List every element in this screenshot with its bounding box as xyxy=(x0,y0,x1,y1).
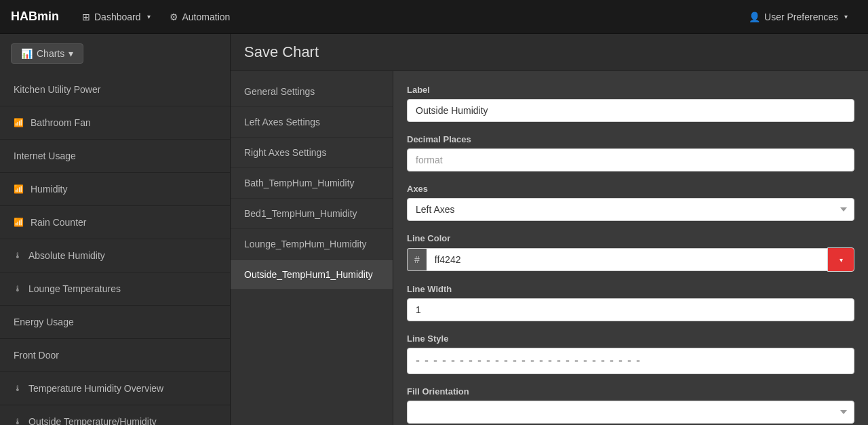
sidebar-item-rain-counter[interactable]: 📶 Rain Counter xyxy=(0,206,230,239)
line-color-form-group: Line Color # ▾ xyxy=(407,233,854,272)
sidebar-item-bathroom-fan[interactable]: 📶 Bathroom Fan xyxy=(0,106,230,140)
wifi-icon: 📶 xyxy=(14,218,24,227)
nav-lounge-tempHum-humidity[interactable]: Lounge_TempHum_Humidity xyxy=(231,229,393,260)
user-preferences-nav-item[interactable]: 👤 User Preferences ▾ xyxy=(739,0,857,34)
line-width-input[interactable] xyxy=(407,298,854,321)
sidebar-item-temperature-humidity-overview[interactable]: 🌡 Temperature Humidity Overview xyxy=(0,372,230,405)
modal-body: General Settings Left Axes Settings Righ… xyxy=(231,71,868,425)
fill-orientation-label: Fill Orientation xyxy=(407,386,854,397)
sidebar-item-front-door[interactable]: Front Door xyxy=(0,339,230,372)
nav-right-axes-settings[interactable]: Right Axes Settings xyxy=(231,138,393,168)
thermometer-icon: 🌡 xyxy=(14,384,22,393)
sidebar-header: 📊 Charts ▾ xyxy=(0,34,230,73)
user-icon: 👤 xyxy=(749,12,760,22)
sidebar-item-label: Internet Usage xyxy=(14,150,76,161)
sidebar-item-absolute-humidity[interactable]: 🌡 Absolute Humidity xyxy=(0,239,230,272)
line-style-input[interactable] xyxy=(407,348,854,374)
sidebar-item-label: Bathroom Fan xyxy=(31,117,91,128)
nav-general-settings[interactable]: General Settings xyxy=(231,77,393,107)
decimal-places-form-group: Decimal Places xyxy=(407,134,854,171)
sidebar-item-label: Energy Usage xyxy=(14,317,74,327)
sidebar: 📊 Charts ▾ Kitchen Utility Power 📶 Bathr… xyxy=(0,34,231,425)
wifi-icon: 📶 xyxy=(14,118,24,127)
charts-caret-icon: ▾ xyxy=(68,48,73,59)
label-field-label: Label xyxy=(407,85,854,95)
line-width-label: Line Width xyxy=(407,284,854,294)
line-style-form-group: Line Style xyxy=(407,333,854,374)
sidebar-item-label: Absolute Humidity xyxy=(28,250,105,261)
color-hex-input[interactable] xyxy=(427,248,827,271)
sidebar-item-label: Lounge Temperatures xyxy=(28,283,121,294)
thermometer-icon: 🌡 xyxy=(14,417,22,425)
sidebar-item-label: Temperature Humidity Overview xyxy=(28,383,163,394)
modal-title: Save Chart xyxy=(244,43,319,60)
sidebar-item-label: Kitchen Utility Power xyxy=(14,84,100,95)
line-width-form-group: Line Width xyxy=(407,284,854,321)
nav-bed1-tempHum-humidity[interactable]: Bed1_TempHum_Humidity xyxy=(231,199,393,229)
nav-outside-tempHum1-humidity[interactable]: Outside_TempHum1_Humidity xyxy=(231,260,393,290)
wifi-icon: 📶 xyxy=(14,184,24,194)
color-hash-symbol: # xyxy=(407,248,427,271)
label-form-group: Label xyxy=(407,85,854,122)
sidebar-item-label: Rain Counter xyxy=(31,217,87,228)
nav-bath-tempHum-humidity[interactable]: Bath_TempHum_Humidity xyxy=(231,168,393,199)
decimal-places-input[interactable] xyxy=(407,148,854,171)
modal-nav-sidebar: General Settings Left Axes Settings Righ… xyxy=(231,71,393,425)
axes-select[interactable]: Left Axes Right Axes xyxy=(407,198,854,221)
sidebar-item-label: Front Door xyxy=(14,350,59,361)
line-color-row: # ▾ xyxy=(407,247,854,272)
line-style-label: Line Style xyxy=(407,333,854,344)
label-input[interactable] xyxy=(407,99,854,122)
modal-title-bar: Save Chart xyxy=(231,34,868,71)
color-swatch-caret-icon: ▾ xyxy=(840,256,843,264)
sidebar-item-kitchen-utility-power[interactable]: Kitchen Utility Power xyxy=(0,73,230,106)
fill-orientation-form-group: Fill Orientation Up Down xyxy=(407,386,854,424)
line-color-label: Line Color xyxy=(407,233,854,243)
sidebar-item-energy-usage[interactable]: Energy Usage xyxy=(0,306,230,339)
decimal-places-label: Decimal Places xyxy=(407,134,854,144)
navbar-right: 👤 User Preferences ▾ xyxy=(739,0,857,34)
automation-nav-item[interactable]: ⚙ Automation xyxy=(160,0,240,34)
dashboard-nav-item[interactable]: ⊞ Dashboard ▾ xyxy=(73,0,160,34)
axes-label: Axes xyxy=(407,184,854,194)
navbar: HABmin ⊞ Dashboard ▾ ⚙ Automation 👤 User… xyxy=(0,0,868,34)
sidebar-item-lounge-temperatures[interactable]: 🌡 Lounge Temperatures xyxy=(0,272,230,306)
sidebar-item-outside-temperature-humidity[interactable]: 🌡 Outside Temperature/Humidity xyxy=(0,405,230,425)
axes-form-group: Axes Left Axes Right Axes xyxy=(407,184,854,221)
dashboard-icon: ⊞ xyxy=(82,12,90,22)
automation-icon: ⚙ xyxy=(170,12,178,22)
thermometer-icon: 🌡 xyxy=(14,251,22,260)
sidebar-item-label: Outside Temperature/Humidity xyxy=(28,416,157,425)
modal-form-content: Label Decimal Places Axes Left Axes Righ… xyxy=(393,71,868,425)
modal-wrapper: Save Chart General Settings Left Axes Se… xyxy=(231,34,868,425)
sidebar-item-internet-usage[interactable]: Internet Usage xyxy=(0,140,230,173)
layout: 📊 Charts ▾ Kitchen Utility Power 📶 Bathr… xyxy=(0,34,868,425)
nav-left-axes-settings[interactable]: Left Axes Settings xyxy=(231,107,393,138)
main-area: ↻ o Update ▾ Fri 12 – Sun 14 Dec 2014 xyxy=(231,34,868,425)
sidebar-item-humidity[interactable]: 📶 Humidity xyxy=(0,173,230,206)
charts-icon: 📊 xyxy=(21,48,33,59)
fill-orientation-select[interactable]: Up Down xyxy=(407,401,854,424)
user-caret-icon: ▾ xyxy=(844,13,848,20)
charts-dropdown-button[interactable]: 📊 Charts ▾ xyxy=(11,43,83,64)
color-swatch-button[interactable]: ▾ xyxy=(827,247,854,272)
sidebar-item-label: Humidity xyxy=(31,184,67,195)
thermometer-icon: 🌡 xyxy=(14,284,22,294)
brand: HABmin xyxy=(11,9,59,24)
dashboard-caret-icon: ▾ xyxy=(147,13,151,20)
